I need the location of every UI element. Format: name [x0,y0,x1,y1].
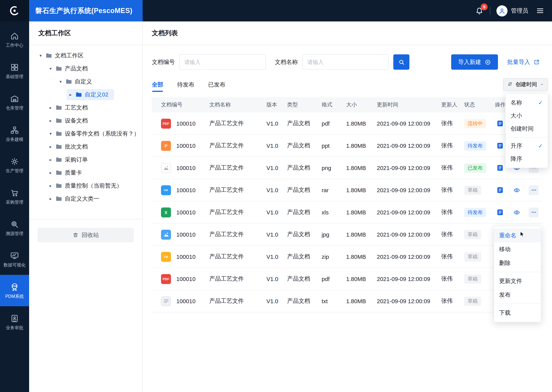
sort-field-option[interactable]: 大小 [506,109,548,122]
doc-size: 1.80MB [346,298,377,304]
caret-down-icon[interactable]: ▾ [58,79,63,84]
import-new-label: 导入新建 [458,58,481,66]
nav-item-label: 生产管理 [6,169,23,173]
caret-right-icon[interactable]: ▸ [48,145,53,149]
nav-item-home[interactable]: 工作中心 [0,24,29,55]
caret-right-icon[interactable]: ▸ [68,92,73,97]
sort-order-option[interactable]: 降序 [506,152,548,165]
table-row: rar 100010 产品工艺文件 V1.0 产品文档 rar 1.80MB 2… [152,179,543,201]
context-menu-item[interactable]: 删除 [494,256,541,270]
user-menu[interactable]: 管理员 [496,5,528,16]
nav-item-pdm[interactable]: PDM PDM系统 [0,275,29,306]
nav-item-approval[interactable]: 业务审批 [0,306,29,338]
doc-name-input[interactable] [302,54,389,70]
nav-item-modeling[interactable]: 业务建模 [0,118,29,149]
nav-item-grid[interactable]: 基础管理 [0,55,29,86]
file-type-icon-pdf: PDF [161,274,171,284]
app: 磐石生产执行系统(PescoMES) 9 管理员 工作中心 [0,0,552,392]
tree-item-label: 设备零件文档（系统没有？） [65,130,139,137]
batch-import-button[interactable]: 批量导入 [504,54,543,70]
tab-0[interactable]: 全部 [152,77,163,92]
sort-dropdown-button[interactable]: 创建时间 [503,78,548,91]
caret-down-icon[interactable]: ▾ [38,53,43,58]
doc-updater: 张伟 [441,231,464,238]
context-menu-item[interactable]: 移动 [494,242,541,256]
menu-divider [506,137,548,137]
tree-item[interactable]: ▸ 批次文档 [29,140,142,153]
tree-item[interactable]: ▸ 采购订单 [29,153,142,166]
file-type-icon-pdf: PDF [161,119,171,128]
search-button[interactable] [393,54,409,70]
preview-button[interactable] [512,185,522,195]
nav-item-warehouse[interactable]: 仓库管理 [0,86,29,118]
caret-right-icon[interactable]: ▸ [48,158,53,162]
file-type-icon-txt [161,296,171,306]
tree-item[interactable]: ▾ 文档工作区 [29,49,142,62]
doc-name-label: 文档名称 [275,58,298,66]
tab-2[interactable]: 已发布 [208,77,225,92]
table-header: 文档编号文档名称版本类型格式大小更新时间更新人状态操作 [152,97,543,112]
tree-item[interactable]: ▾ 设备零件文档（系统没有？） [29,127,142,140]
notifications-button[interactable]: 9 [475,6,484,15]
nav-item-dataviz[interactable]: 数据可视化 [0,244,29,275]
doc-type: 产品文档 [287,142,322,149]
table-row: 100010 产品工艺文件 V1.0 产品文档 jpg 1.80MB 2021-… [152,224,543,246]
file-type-icon-ppt: P [161,141,171,151]
nav-item-purchase[interactable]: 采购管理 [0,181,29,212]
recycle-bin-button[interactable]: 回收站 [37,228,134,242]
caret-right-icon[interactable]: ▸ [48,183,53,188]
hamburger-menu-button[interactable] [536,7,544,15]
import-new-button[interactable]: 导入新建 [451,54,498,70]
column-header: 状态 [464,101,495,108]
doc-format: zip [322,253,346,260]
tree-item[interactable]: ▸ 质量卡 [29,166,142,179]
doc-name: 产品工艺文件 [209,120,266,127]
modeling-icon [10,126,19,135]
tree-item[interactable]: ▸ 工艺文档 [29,101,142,114]
nav-item-trace[interactable]: 溯源管理 [0,212,29,244]
sort-order-option[interactable]: 升序 ✓ [506,139,548,152]
more-actions-button[interactable] [529,185,538,195]
check-icon: ✓ [538,99,543,106]
tree-item[interactable]: ▸ 自定义大类一 [29,192,142,205]
context-menu-item[interactable]: 下载 [494,306,541,320]
document-detail-button[interactable] [495,141,505,151]
doc-size: 1.80MB [346,253,377,260]
nav-item-production[interactable]: 生产管理 [0,149,29,181]
doc-updated-time: 2021-09-09 12:00:09 [377,276,441,282]
doc-type: 产品文档 [287,209,322,216]
caret-right-icon[interactable]: ▸ [48,196,53,201]
doc-updater: 张伟 [441,120,464,127]
caret-right-icon[interactable]: ▸ [48,105,53,110]
document-detail-button[interactable] [495,207,505,217]
preview-button[interactable] [512,207,522,217]
context-menu-item[interactable]: 发布 [494,288,541,302]
caret-right-icon[interactable]: ▸ [48,119,53,123]
sort-field-option[interactable]: 创建时间 [506,122,548,135]
document-detail-button[interactable] [495,119,505,128]
context-menu-item[interactable]: 重命名 [494,229,541,242]
sort-field-option[interactable]: 名称 ✓ [506,96,548,109]
caret-down-icon[interactable]: ▾ [48,132,53,136]
doc-number: 100010 [176,187,209,193]
tree-item[interactable]: ▸ 自定义02 [29,88,142,101]
doc-no-input[interactable] [179,54,266,70]
tree-item-label: 采购订单 [65,156,88,163]
table-row: 100010 产品工艺文件 V1.0 产品文档 txt 1.80MB 2021-… [152,290,543,312]
main-content: 文档编号 文档名称 导入新建 批量导入 [143,45,552,392]
sidebar-divider [29,219,142,219]
document-detail-button[interactable] [495,185,505,195]
doc-size: 1.80MB [346,276,377,282]
more-actions-button[interactable] [529,207,538,217]
tree-item[interactable]: ▾ 产品文档 [29,62,142,75]
tree-item[interactable]: ▸ 设备文档 [29,114,142,127]
tree-item[interactable]: ▸ 质量控制（当前暂无） [29,179,142,192]
doc-format: png [322,165,346,171]
tab-1[interactable]: 待发布 [177,77,194,92]
tree-item[interactable]: ▾ 自定义 [29,75,142,88]
caret-down-icon[interactable]: ▾ [48,66,53,71]
column-header: 类型 [287,101,322,108]
context-menu-item[interactable]: 更新文件 [494,274,541,288]
document-detail-button[interactable] [495,163,505,173]
caret-right-icon[interactable]: ▸ [48,171,53,175]
